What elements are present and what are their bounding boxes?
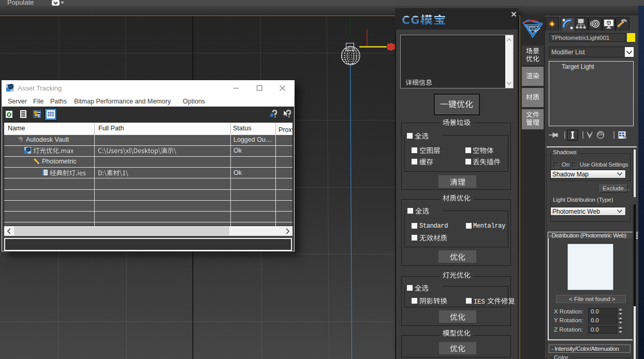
svg-text:CG: CG xyxy=(530,27,534,31)
